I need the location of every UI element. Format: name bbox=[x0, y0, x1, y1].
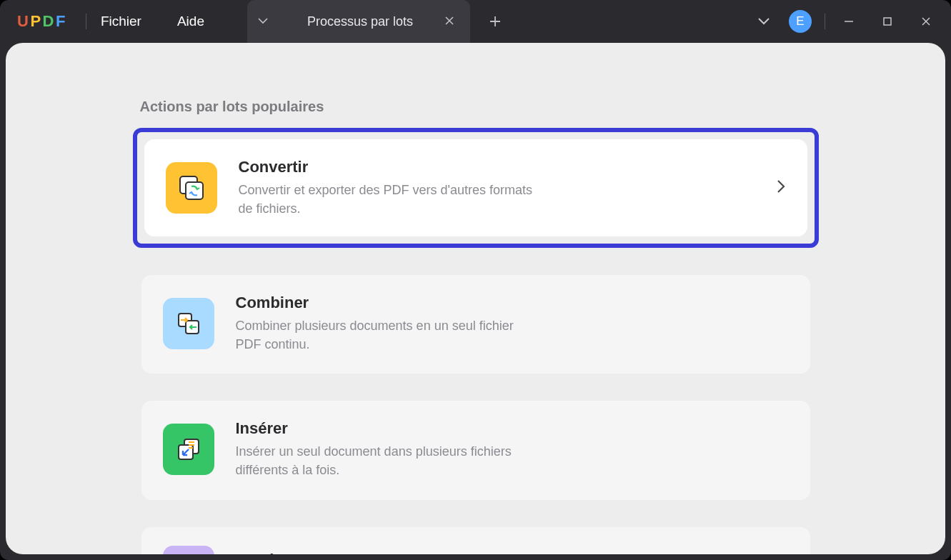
card-desc: Combiner plusieurs documents en un seul … bbox=[236, 316, 536, 354]
card-title: Convertir bbox=[239, 158, 755, 176]
highlight-frame: Convertir Convertir et exporter des PDF … bbox=[133, 128, 819, 248]
close-icon bbox=[921, 16, 931, 26]
menu-file[interactable]: Fichier bbox=[101, 14, 141, 29]
user-avatar[interactable]: E bbox=[789, 10, 812, 33]
tab-add-button[interactable] bbox=[477, 0, 513, 43]
tab-close-button[interactable] bbox=[442, 11, 457, 32]
combine-icon bbox=[163, 298, 214, 349]
titlebar: U P D F Fichier Aide Processus par lots bbox=[0, 0, 951, 43]
svg-rect-2 bbox=[186, 182, 203, 199]
convert-icon bbox=[166, 162, 217, 214]
divider bbox=[825, 14, 825, 29]
chevron-down-icon bbox=[757, 16, 771, 26]
close-icon bbox=[444, 16, 454, 26]
tab-dropdown-button[interactable] bbox=[247, 0, 279, 43]
menu-help[interactable]: Aide bbox=[177, 14, 204, 29]
chevron-right-icon bbox=[776, 179, 786, 197]
logo-letter-p: P bbox=[30, 12, 41, 31]
card-desc: Convertir et exporter des PDF vers d'aut… bbox=[239, 181, 539, 218]
app-logo: U P D F bbox=[17, 12, 66, 31]
maximize-icon bbox=[882, 16, 892, 26]
insert-icon bbox=[163, 424, 214, 475]
card-convert[interactable]: Convertir Convertir et exporter des PDF … bbox=[144, 139, 807, 236]
minimize-icon bbox=[844, 16, 854, 26]
card-insert[interactable]: Insérer Insérer un seul document dans pl… bbox=[141, 401, 810, 499]
print-icon bbox=[163, 546, 214, 554]
chevron-down-icon bbox=[258, 18, 268, 25]
window-right-controls: E bbox=[750, 7, 945, 36]
collapse-button[interactable] bbox=[750, 8, 777, 35]
app-window: U P D F Fichier Aide Processus par lots bbox=[0, 0, 951, 560]
tab-batch[interactable]: Processus par lots bbox=[279, 0, 470, 43]
card-combine[interactable]: Combiner Combiner plusieurs documents en… bbox=[141, 275, 810, 374]
card-title: Combiner bbox=[236, 294, 789, 312]
svg-rect-0 bbox=[884, 18, 891, 25]
card-desc: Insérer un seul document dans plusieurs … bbox=[236, 442, 536, 479]
card-title: Insérer bbox=[236, 419, 789, 438]
card-print[interactable]: Imprimer Imprimer plusieurs PDF à la foi… bbox=[141, 527, 810, 554]
plus-icon bbox=[489, 15, 502, 28]
content-area: Actions par lots populaires bbox=[6, 43, 945, 554]
logo-letter-u: U bbox=[17, 12, 29, 31]
maximize-button[interactable] bbox=[868, 7, 907, 36]
section-title: Actions par lots populaires bbox=[140, 99, 819, 115]
divider bbox=[86, 14, 86, 29]
card-title: Imprimer bbox=[236, 551, 789, 554]
logo-letter-f: F bbox=[56, 12, 66, 31]
tab-label: Processus par lots bbox=[307, 14, 413, 29]
minimize-button[interactable] bbox=[830, 7, 868, 36]
tab-strip: Processus par lots bbox=[247, 0, 513, 43]
logo-letter-d: D bbox=[43, 12, 54, 31]
close-window-button[interactable] bbox=[907, 7, 945, 36]
